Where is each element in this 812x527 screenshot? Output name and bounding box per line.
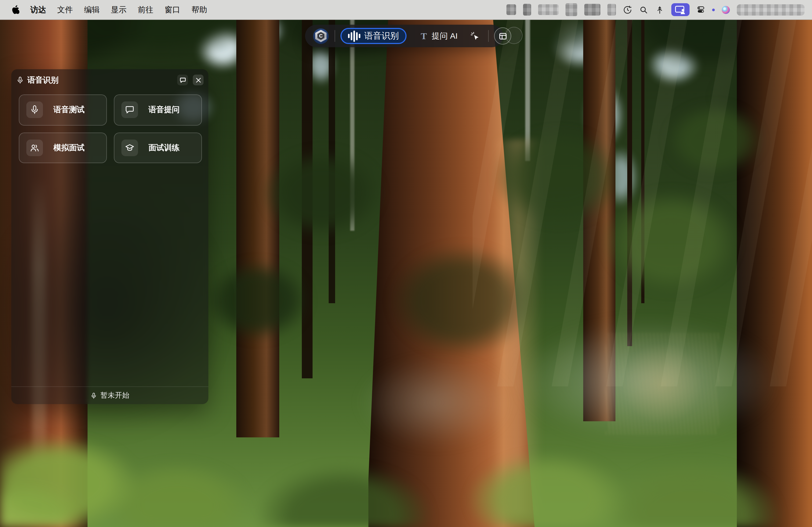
siri-icon[interactable]: [722, 6, 730, 14]
action-label: 面试训练: [148, 143, 180, 153]
display-person-icon: [675, 4, 686, 15]
censored-clock-item[interactable]: [737, 4, 804, 15]
action-interview-training-button[interactable]: 面试训练: [114, 132, 202, 163]
waveform-icon: [348, 30, 360, 42]
time-machine-icon[interactable]: [623, 5, 632, 14]
desktop: 访达 文件 编辑 显示 前往 窗口 帮助: [0, 0, 812, 527]
menu-item-go[interactable]: 前往: [132, 4, 159, 15]
censored-status-item[interactable]: [584, 4, 600, 16]
toolbar-divider: [488, 30, 489, 42]
menu-item-edit[interactable]: 编辑: [78, 4, 105, 15]
app-logo-badge[interactable]: C: [313, 28, 329, 44]
window-layout-icon: [498, 31, 507, 41]
censored-status-item[interactable]: [538, 4, 559, 15]
menu-item-help[interactable]: 帮助: [186, 4, 213, 15]
floating-toolbar: C 语音识别 T 提问 AI: [305, 25, 503, 47]
tab-speech-recognition[interactable]: 语音识别: [340, 28, 406, 44]
text-t-icon: T: [421, 31, 427, 41]
layout-button[interactable]: [494, 27, 511, 45]
censored-status-item[interactable]: [506, 4, 516, 15]
action-label: 语音提问: [148, 105, 180, 115]
close-panel-button[interactable]: [193, 75, 204, 85]
search-icon[interactable]: [639, 5, 648, 14]
action-voice-question-button[interactable]: 语音提问: [114, 94, 202, 125]
action-mock-interview-button[interactable]: 模拟面试: [19, 132, 107, 163]
logo-letter: C: [319, 33, 323, 39]
panel-header: 语音识别: [11, 69, 208, 89]
censored-status-item[interactable]: [566, 3, 577, 16]
chat-bubble-icon: [179, 76, 186, 84]
branch-icon[interactable]: [655, 5, 664, 14]
action-voice-test-button[interactable]: 语音测试: [19, 94, 107, 125]
people-icon: [26, 139, 43, 156]
menu-item-view[interactable]: 显示: [105, 4, 132, 15]
panel-status-bar: 暂未开始: [11, 387, 208, 404]
hexagon-logo-icon: C: [315, 30, 327, 42]
action-label: 语音测试: [54, 105, 85, 115]
censored-status-item[interactable]: [523, 4, 531, 16]
panel-title: 语音识别: [27, 75, 59, 85]
censored-status-item[interactable]: [607, 4, 616, 16]
recording-dot-indicator: [712, 8, 715, 11]
status-text: 暂未开始: [100, 391, 129, 400]
chat-bubble-icon: [121, 102, 138, 118]
action-label: 模拟面试: [54, 143, 85, 153]
tab-ask-ai-label: 提问 AI: [432, 31, 458, 41]
apple-icon: [11, 5, 19, 15]
open-chat-button[interactable]: [177, 75, 188, 85]
menu-bar-status-area: [506, 0, 812, 19]
action-grid: 语音测试 语音提问 模: [19, 94, 202, 163]
microphone-icon: [16, 76, 24, 84]
toolbar-divider: [335, 30, 335, 42]
screen-sharing-button[interactable]: [671, 3, 690, 16]
close-icon: [195, 77, 201, 83]
smart-cursor-icon[interactable]: [470, 31, 480, 41]
microphone-icon: [90, 392, 97, 399]
microphone-icon: [26, 102, 43, 118]
menu-item-window[interactable]: 窗口: [159, 4, 186, 15]
menu-item-app[interactable]: 访达: [25, 4, 52, 15]
graduation-cap-icon: [121, 139, 138, 156]
control-center-icon[interactable]: [697, 5, 705, 14]
apple-menu[interactable]: [11, 5, 19, 15]
menu-bar: 访达 文件 编辑 显示 前往 窗口 帮助: [0, 0, 812, 20]
menu-item-file[interactable]: 文件: [52, 4, 78, 15]
wallpaper-sun-rays: [473, 0, 812, 387]
tab-ask-ai[interactable]: T 提问 AI: [421, 31, 458, 41]
speech-recognition-panel: 语音识别: [11, 69, 208, 404]
tab-speech-recognition-label: 语音识别: [364, 30, 399, 42]
